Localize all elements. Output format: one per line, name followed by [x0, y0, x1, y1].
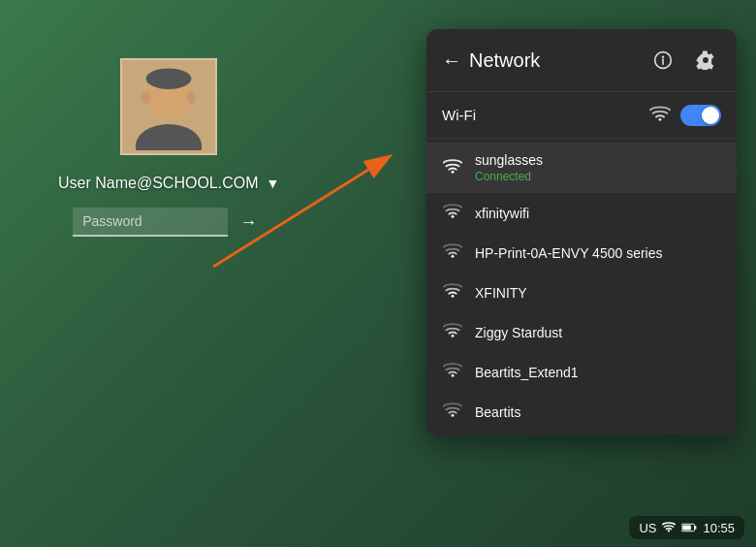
network-name: HP-Print-0A-ENVY 4500 series: [475, 245, 721, 261]
wifi-icon: [442, 158, 463, 178]
network-info: xfinitywifi: [475, 206, 721, 221]
back-button[interactable]: ←: [442, 46, 469, 76]
password-input[interactable]: [73, 208, 228, 237]
settings-button[interactable]: [690, 45, 721, 76]
user-dropdown-icon[interactable]: ▼: [267, 176, 280, 191]
svg-point-18: [452, 414, 455, 417]
panel-title: Network: [469, 49, 647, 72]
svg-point-3: [146, 68, 192, 89]
network-status: Connected: [475, 170, 721, 183]
taskbar-battery-icon: [681, 520, 697, 535]
svg-point-12: [452, 170, 455, 173]
svg-point-5: [187, 92, 196, 105]
wifi-toggle[interactable]: [680, 105, 721, 126]
password-row: →: [73, 208, 265, 237]
svg-point-17: [452, 374, 455, 377]
network-name: sunglasses: [475, 152, 721, 168]
wifi-header: Wi-Fi: [442, 104, 721, 126]
network-name: Ziggy Stardust: [475, 325, 721, 340]
wifi-icon: [442, 242, 463, 263]
submit-button[interactable]: →: [232, 209, 265, 237]
network-list: sunglasses Connected xfinitywifi: [426, 139, 737, 435]
network-item[interactable]: xfinitywifi: [426, 193, 737, 233]
network-name: Beartits: [475, 404, 721, 420]
network-info: XFINITY: [475, 285, 721, 301]
wifi-icon: [442, 322, 463, 342]
wifi-section: Wi-Fi: [426, 92, 737, 139]
taskbar-region: US: [639, 521, 656, 535]
wifi-controls: [649, 104, 721, 126]
toggle-thumb: [702, 107, 719, 124]
header-icons: [647, 45, 721, 76]
network-item[interactable]: XFINITY: [426, 273, 737, 312]
network-item[interactable]: Beartits_Extend1: [426, 352, 737, 392]
svg-point-13: [452, 215, 455, 218]
svg-point-16: [452, 335, 455, 338]
network-item[interactable]: Beartits: [426, 392, 737, 432]
wifi-label: Wi-Fi: [442, 107, 476, 123]
network-info: Beartits_Extend1: [475, 365, 721, 380]
network-panel: ← Network Wi-Fi: [426, 29, 737, 435]
panel-header: ← Network: [426, 29, 737, 92]
svg-point-19: [668, 530, 670, 531]
network-name: xfinitywifi: [475, 206, 721, 221]
login-area: User Name@SCHOOL.COM ▼ →: [58, 58, 279, 237]
wifi-icon: [442, 362, 463, 382]
network-name: Beartits_Extend1: [475, 365, 721, 380]
wifi-icon: [442, 402, 463, 422]
svg-point-15: [452, 295, 455, 298]
network-item[interactable]: Ziggy Stardust: [426, 312, 737, 352]
svg-point-14: [452, 255, 455, 258]
network-info: HP-Print-0A-ENVY 4500 series: [475, 245, 721, 261]
svg-rect-22: [683, 526, 692, 531]
svg-point-4: [142, 92, 150, 105]
network-info: Ziggy Stardust: [475, 325, 721, 340]
taskbar-time: 10:55: [703, 521, 735, 535]
wifi-signal-icon: [649, 104, 671, 126]
svg-rect-21: [695, 526, 697, 530]
user-row: User Name@SCHOOL.COM ▼: [58, 175, 279, 192]
svg-point-11: [659, 118, 662, 121]
username: User Name@SCHOOL.COM: [58, 175, 259, 192]
info-button[interactable]: [647, 45, 678, 76]
taskbar: US 10:55: [629, 516, 744, 539]
avatar: [120, 58, 217, 155]
network-name: XFINITY: [475, 285, 721, 301]
network-item[interactable]: HP-Print-0A-ENVY 4500 series: [426, 233, 737, 273]
wifi-icon: [442, 282, 463, 303]
wifi-icon: [442, 203, 463, 223]
network-info: sunglasses Connected: [475, 152, 721, 183]
network-info: Beartits: [475, 404, 721, 420]
taskbar-wifi-icon: [662, 520, 676, 535]
network-item[interactable]: sunglasses Connected: [426, 143, 737, 193]
